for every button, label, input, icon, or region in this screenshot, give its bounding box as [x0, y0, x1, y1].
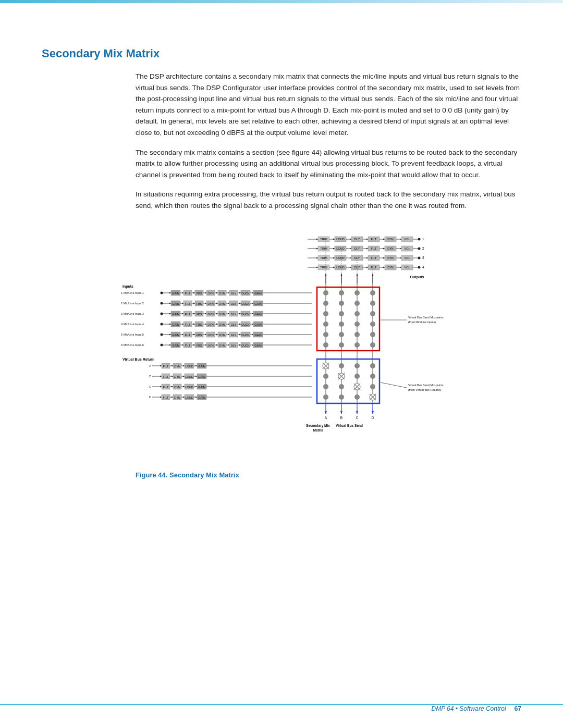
svg-text:FILT: FILT — [185, 292, 191, 295]
svg-text:VOL: VOL — [404, 266, 410, 269]
figure-container: TRIM LOUD DLY FILT DYN VOL 1 — [94, 226, 500, 479]
svg-point-327 — [354, 301, 360, 306]
svg-text:3: 3 — [422, 256, 424, 260]
svg-text:4: 4 — [422, 265, 424, 269]
svg-text:DUCK: DUCK — [241, 323, 250, 326]
svg-text:DYN: DYN — [207, 292, 214, 295]
svg-text:GAIN: GAIN — [172, 323, 179, 326]
svg-text:FBS: FBS — [197, 292, 202, 295]
svg-text:LOUD: LOUD — [185, 365, 193, 368]
svg-point-344 — [370, 342, 375, 348]
svg-text:GAIN: GAIN — [172, 344, 179, 347]
svg-point-322 — [339, 290, 344, 295]
svg-text:GAIN: GAIN — [198, 375, 205, 378]
svg-text:GAIN: GAIN — [172, 313, 179, 316]
svg-text:FILT: FILT — [185, 323, 191, 326]
svg-text:TRIM: TRIM — [320, 247, 327, 250]
svg-text:DYN: DYN — [387, 247, 394, 250]
svg-text:D: D — [149, 396, 151, 399]
svg-point-350 — [354, 363, 360, 368]
svg-text:FILT: FILT — [371, 238, 377, 241]
svg-text:Matrix: Matrix — [313, 428, 323, 432]
svg-point-364 — [323, 394, 328, 400]
svg-text:FILT: FILT — [185, 313, 191, 316]
footer-text: DMP 64 • Software Control — [431, 705, 506, 712]
svg-text:GAIN: GAIN — [254, 344, 261, 347]
svg-text:GAIN: GAIN — [254, 292, 261, 295]
svg-point-334 — [339, 322, 344, 327]
svg-point-358 — [323, 384, 328, 389]
svg-text:DYN: DYN — [219, 313, 225, 316]
svg-text:FILT: FILT — [371, 247, 377, 250]
paragraph-3: In situations requiring extra processing… — [136, 189, 521, 211]
svg-text:GAIN: GAIN — [254, 313, 261, 316]
svg-text:VOL: VOL — [404, 247, 410, 250]
svg-text:FILT: FILT — [163, 365, 169, 368]
svg-text:Mic/Line Input 6: Mic/Line Input 6 — [124, 343, 144, 347]
svg-text:Mic/Line Input 2: Mic/Line Input 2 — [124, 302, 144, 305]
svg-point-331 — [354, 311, 360, 316]
svg-text:TRIM: TRIM — [320, 266, 327, 269]
svg-text:(from Mic/Line Inputs): (from Mic/Line Inputs) — [408, 320, 436, 324]
svg-text:GAIN: GAIN — [254, 323, 261, 326]
svg-point-343 — [354, 342, 360, 348]
paragraph-1: The DSP architecture contains a secondar… — [136, 71, 521, 139]
svg-text:FILT: FILT — [163, 386, 169, 389]
figure-caption: Figure 44. Secondary Mix Matrix — [136, 471, 500, 479]
figure-caption-text: Figure 44. Secondary Mix Matrix — [136, 471, 239, 479]
svg-text:DLY: DLY — [231, 292, 237, 295]
svg-text:3: 3 — [121, 312, 123, 315]
svg-text:DYN: DYN — [219, 292, 225, 295]
svg-text:A: A — [325, 416, 327, 419]
svg-text:FILT: FILT — [185, 344, 191, 347]
svg-point-332 — [370, 311, 375, 316]
svg-point-335 — [354, 322, 360, 327]
svg-text:DLY: DLY — [231, 323, 237, 326]
svg-text:DYN: DYN — [174, 365, 180, 368]
svg-point-340 — [370, 332, 375, 337]
svg-text:LOUD: LOUD — [185, 386, 193, 389]
svg-text:DYN: DYN — [174, 396, 180, 399]
svg-point-366 — [354, 394, 360, 400]
svg-text:FILT: FILT — [371, 256, 377, 260]
svg-point-83 — [418, 266, 421, 268]
svg-text:DYN: DYN — [174, 375, 180, 378]
svg-text:DLY: DLY — [354, 247, 360, 250]
svg-text:DUCK: DUCK — [241, 302, 250, 305]
svg-text:DLY: DLY — [231, 302, 237, 305]
page-title: Secondary Mix Matrix — [42, 47, 521, 60]
svg-text:DYN: DYN — [207, 344, 214, 347]
svg-text:FBS: FBS — [197, 302, 202, 305]
svg-point-323 — [354, 290, 360, 295]
diagram-svg: TRIM LOUD DLY FILT DYN VOL 1 — [94, 226, 500, 466]
svg-point-328 — [370, 301, 375, 306]
svg-text:VOL: VOL — [404, 238, 410, 241]
svg-text:TRIM: TRIM — [320, 238, 327, 241]
svg-text:FILT: FILT — [163, 375, 169, 378]
paragraph-2: The secondary mix matrix contains a sect… — [136, 147, 521, 181]
svg-point-41 — [418, 247, 421, 250]
svg-text:DYN: DYN — [387, 256, 394, 260]
svg-text:DYN: DYN — [219, 323, 225, 326]
svg-text:LOUD: LOUD — [336, 266, 344, 269]
svg-point-349 — [339, 363, 344, 368]
svg-text:GAIN: GAIN — [172, 292, 179, 295]
svg-text:DYN: DYN — [207, 323, 214, 326]
svg-text:Mic/Line Input 3: Mic/Line Input 3 — [124, 312, 144, 315]
svg-point-342 — [339, 342, 344, 348]
svg-text:DYN: DYN — [219, 334, 225, 337]
svg-text:B: B — [340, 416, 342, 419]
svg-point-330 — [339, 311, 344, 316]
svg-text:LOUD: LOUD — [336, 238, 344, 241]
svg-text:DYN: DYN — [219, 302, 225, 305]
svg-point-365 — [339, 394, 344, 400]
svg-text:DYN: DYN — [207, 313, 214, 316]
svg-text:Mic/Line Input 4: Mic/Line Input 4 — [124, 323, 144, 326]
svg-text:LOUD: LOUD — [185, 375, 193, 378]
svg-text:C: C — [149, 385, 151, 388]
svg-point-363 — [370, 384, 375, 389]
svg-text:Secondary Mix: Secondary Mix — [306, 424, 330, 428]
footer-page: 67 — [515, 705, 521, 712]
inputs-label: Inputs — [123, 285, 133, 289]
svg-text:Mic/Line Input 5: Mic/Line Input 5 — [124, 333, 144, 336]
